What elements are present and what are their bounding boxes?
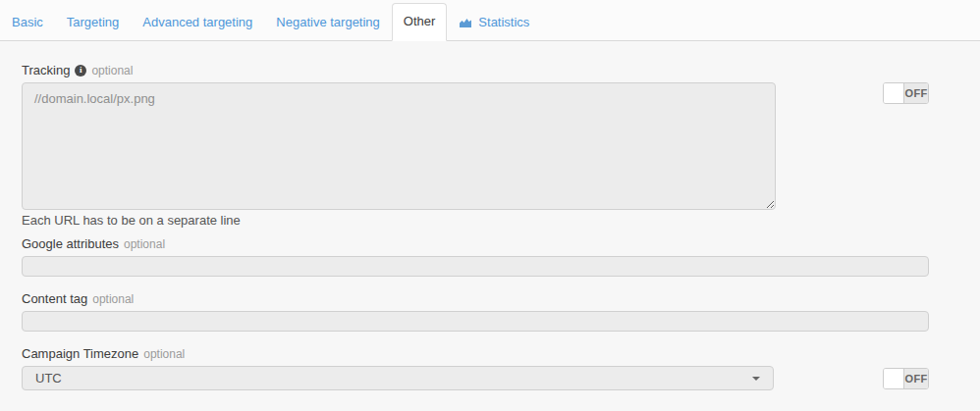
campaign-timezone-select[interactable]: UTC [22,366,774,390]
content-tag-label-row: Content tag optional [22,291,929,306]
campaign-timezone-toggle-state: OFF [904,369,928,388]
campaign-timezone-label: Campaign Timezone [22,346,138,361]
tab-targeting[interactable]: Targeting [55,4,131,40]
google-attributes-input[interactable] [22,256,929,277]
campaign-timezone-label-row: Campaign Timezone optional [22,346,929,361]
chevron-down-icon [752,377,760,385]
toggle-knob [884,369,904,388]
google-attributes-label-row: Google attributes optional [22,236,929,251]
content-tag-label: Content tag [22,291,87,306]
tracking-toggle-state: OFF [904,83,928,103]
tracking-label: Tracking [22,63,70,77]
tab-other[interactable]: Other [392,3,448,41]
area-chart-icon [459,17,472,28]
tracking-toggle[interactable]: OFF [883,82,929,104]
content-tag-optional-label: optional [92,292,134,306]
tab-statistics-label: Statistics [478,15,529,29]
info-icon[interactable]: i [75,65,86,77]
google-attributes-optional-label: optional [124,237,165,251]
campaign-timezone-selected-value: UTC [35,371,62,385]
tab-basic[interactable]: Basic [0,4,55,40]
tab-statistics[interactable]: Statistics [447,4,541,40]
tab-bar: Basic Targeting Advanced targeting Negat… [0,0,980,41]
tab-advanced-targeting[interactable]: Advanced targeting [131,4,264,40]
toggle-knob [884,83,904,103]
tracking-help-text: Each URL has to be on a separate line [22,213,929,228]
campaign-timezone-toggle[interactable]: OFF [883,368,929,389]
google-attributes-label: Google attributes [22,236,119,251]
tracking-optional-label: optional [91,64,133,77]
tab-negative-targeting[interactable]: Negative targeting [264,4,392,40]
content-tag-input[interactable] [22,311,929,332]
tracking-label-row: Tracking i optional [22,63,929,77]
other-tab-panel: Tracking i optional //domain.local/px.pn… [0,41,929,390]
tracking-textarea[interactable]: //domain.local/px.png [22,82,776,210]
campaign-timezone-optional-label: optional [143,347,185,361]
